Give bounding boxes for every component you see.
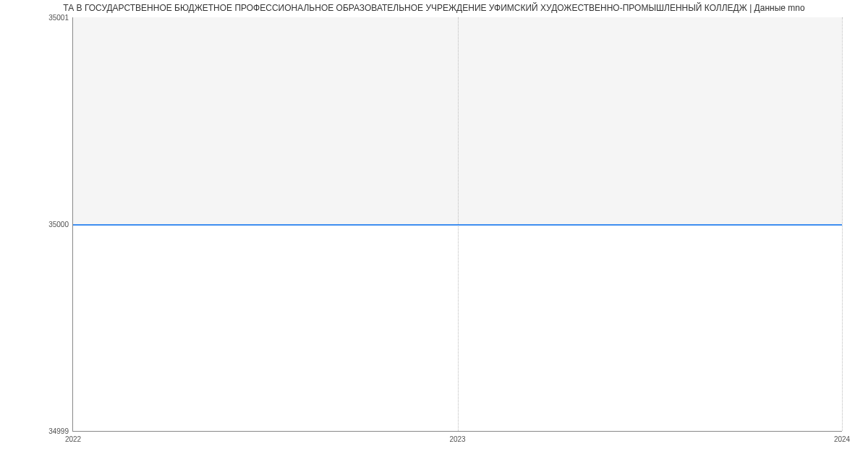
- series-line: [73, 224, 842, 226]
- x-tick-label: 2022: [65, 435, 81, 443]
- x-tick-label: 2024: [834, 435, 850, 443]
- y-tick-label: 35001: [48, 14, 69, 22]
- chart-title: ТА В ГОСУДАРСТВЕННОЕ БЮДЖЕТНОЕ ПРОФЕССИО…: [0, 0, 868, 13]
- chart-plot-area: 35001 35000 34999 2022 2023 2024: [72, 17, 842, 432]
- y-tick-label: 35000: [48, 221, 69, 228]
- grid-x-2024: [842, 17, 843, 431]
- y-tick-label: 34999: [48, 427, 69, 435]
- plot-frame: 35001 35000 34999 2022 2023 2024: [72, 17, 842, 432]
- x-tick-label: 2023: [449, 435, 465, 443]
